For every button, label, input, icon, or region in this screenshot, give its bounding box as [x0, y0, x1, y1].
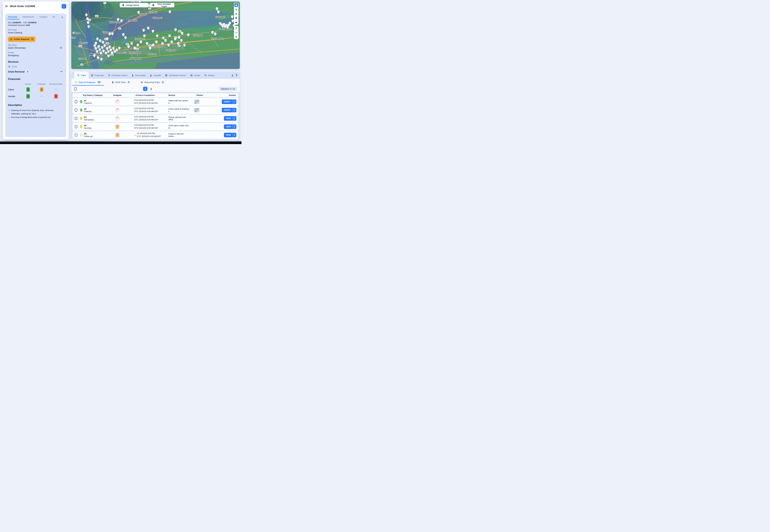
map-label: White Plains — [109, 21, 121, 23]
assign-storm-button[interactable]: Assign Storm — [120, 3, 148, 7]
cloud-icon — [235, 31, 237, 34]
temperature-layer-button[interactable] — [234, 26, 238, 30]
tab-purchase-orders[interactable]: Purchase Orders — [106, 72, 129, 79]
contractors-layer-button[interactable] — [234, 12, 238, 16]
sites-layer-button[interactable] — [234, 3, 238, 7]
photos-thumbnail[interactable]: 2 — [194, 100, 199, 104]
client-invoice-button[interactable] — [26, 87, 30, 92]
description-list: Clearing of snow from [Specify area: dri… — [8, 109, 63, 119]
arrival-completion: IN 19/10/23 9:00 PMETC 20/10/23 4:00 AM … — [137, 132, 161, 138]
photos-thumbnail[interactable]: 7 — [194, 108, 199, 112]
export-download-icon[interactable] — [150, 87, 153, 90]
table-row[interactable]: #3Salt pickup Demo Service Broker LLC ET… — [73, 115, 238, 122]
view-button[interactable]: VIEW — [224, 124, 236, 129]
table-row[interactable]: #5Follow up Demo Subcontractor LLC IN 19… — [73, 131, 238, 139]
verify-button[interactable]: VERIFY — [222, 99, 236, 104]
map-label: Garden City — [116, 52, 127, 54]
action-required-count: 1 — [31, 38, 34, 40]
map-canvas[interactable]: 9151728787958727828067849513525A25A25279… — [71, 2, 240, 69]
view-snowfall-totals-button[interactable]: View Snowfall Totals — [150, 3, 174, 7]
svg-text:495: 495 — [149, 45, 151, 46]
collapse-up-icon[interactable] — [235, 74, 238, 77]
assignee-avatar[interactable]: Demo Subcontractor LLC — [115, 125, 119, 129]
client-proposal-button[interactable] — [40, 87, 43, 92]
col-actions: Actions — [209, 94, 238, 96]
action-required-badge[interactable]: Action Required 1 — [8, 37, 35, 42]
download-icon[interactable] — [231, 74, 234, 77]
row-menu-button[interactable] — [233, 133, 236, 137]
tab-payable[interactable]: Payable — [147, 72, 163, 79]
hardhat-icon — [235, 13, 237, 15]
vehicles-layer-button[interactable] — [234, 20, 238, 24]
tab-contacts[interactable]: Contacts — [39, 16, 47, 19]
trips-panel: Trips Proposals Purchase Orders Receivab… — [71, 72, 240, 139]
proposal-doc-icon — [91, 74, 93, 77]
person-pin-icon — [235, 17, 237, 19]
row-menu-button[interactable] — [233, 108, 236, 112]
vendor-invoice-button[interactable] — [26, 94, 30, 99]
assignee-avatar[interactable]: Demo Service Broker LLC — [115, 100, 119, 104]
row-checkbox[interactable] — [75, 125, 77, 128]
proposal-icon — [40, 88, 43, 91]
verify-button[interactable]: VERIFY — [222, 108, 236, 112]
tab-receivable[interactable]: Receivable — [129, 72, 147, 79]
assignee-avatar[interactable]: Demo Service Broker LLC — [115, 117, 119, 120]
select-all-checkbox[interactable] — [74, 87, 77, 90]
taskbar-strip — [0, 142, 241, 144]
tab-notes[interactable]: Notes — [53, 16, 55, 19]
arrival-completion: ETA 19/10/23 9:00 PMETC 20/10/23 4:00 AM… — [134, 107, 158, 113]
assignee-avatar[interactable]: Demo Subcontractor LLC — [115, 133, 119, 137]
tab-trips[interactable]: Trips — [74, 72, 89, 79]
map-weather-controls — [234, 26, 238, 39]
assignee-avatar[interactable]: Demo Service Broker LLC — [115, 108, 119, 112]
subtab-recurring-trips[interactable]: Recurring Trips 3 — [137, 79, 167, 86]
tab-attachments[interactable]: Attachments — [22, 16, 34, 19]
kebab-icon — [234, 126, 235, 127]
tabs-scroll-right-button[interactable] — [61, 16, 63, 19]
row-checkbox[interactable] — [75, 109, 77, 112]
invoice-icon — [27, 88, 29, 91]
row-checkbox[interactable] — [75, 117, 77, 120]
snow-layer-button[interactable] — [234, 35, 238, 39]
subtab-trips-in-progress[interactable]: Trips In Progress 10 — [72, 79, 104, 86]
checked-in-icon — [134, 134, 136, 136]
map[interactable]: 9151728787958727828067849513525A25A25279… — [71, 2, 240, 69]
bulk-actions-button[interactable] — [143, 87, 147, 91]
crews-layer-button[interactable] — [234, 8, 238, 11]
row-checkbox[interactable] — [75, 100, 77, 103]
table-row[interactable]: #1Check-in Demo Service Broker LLC ETA 1… — [73, 98, 238, 106]
workers-layer-button[interactable] — [234, 16, 238, 20]
view-button[interactable]: VIEW — [224, 116, 236, 121]
subtab-draft-trips[interactable]: Draft Trips 4 — [108, 79, 133, 86]
chevron-down-icon[interactable] — [60, 70, 63, 73]
collapse-panel-icon[interactable] — [5, 5, 8, 8]
work-order-menu-button[interactable] — [62, 4, 66, 9]
pin-icon — [77, 74, 80, 77]
tab-materials[interactable]: Materials — [202, 72, 216, 79]
module-tabs: Trips Proposals Purchase Orders Receivab… — [71, 72, 240, 79]
trip-number: #3 — [84, 116, 94, 119]
row-menu-button[interactable] — [233, 124, 236, 129]
row-menu-button[interactable] — [233, 116, 236, 121]
row-menu-button[interactable] — [233, 99, 236, 104]
row-checkbox[interactable] — [75, 133, 77, 137]
route-shield: 9 — [103, 2, 106, 4]
vendor-purchase-order-button[interactable] — [54, 94, 58, 99]
service-group-row[interactable]: Snow Removal 5 — [8, 70, 63, 73]
site-info-icon[interactable] — [60, 46, 62, 49]
client-purchase-order-empty-dot — [55, 89, 57, 90]
site-name-label: Site Name — [8, 44, 63, 46]
service-type-row: Snow — [8, 65, 63, 68]
tab-assets[interactable]: Assets — [188, 72, 202, 79]
clouds-layer-button[interactable] — [234, 31, 238, 34]
map-label: Bridgeport — [152, 17, 162, 19]
tab-overview[interactable]: Overview — [8, 16, 17, 19]
table-row[interactable]: #2Cleanup Demo Service Broker LLC ETA 19… — [73, 106, 238, 114]
tab-scheduled-service[interactable]: Scheduled Service — [163, 72, 188, 79]
kebab-icon — [234, 101, 235, 102]
view-button[interactable]: VIEW — [224, 133, 236, 137]
services-heading: Services — [8, 60, 63, 63]
car-icon — [235, 21, 237, 24]
table-row[interactable]: #4De-icing Demo Subcontractor LLC ETA 19… — [73, 123, 238, 131]
tab-proposals[interactable]: Proposals — [89, 72, 106, 79]
